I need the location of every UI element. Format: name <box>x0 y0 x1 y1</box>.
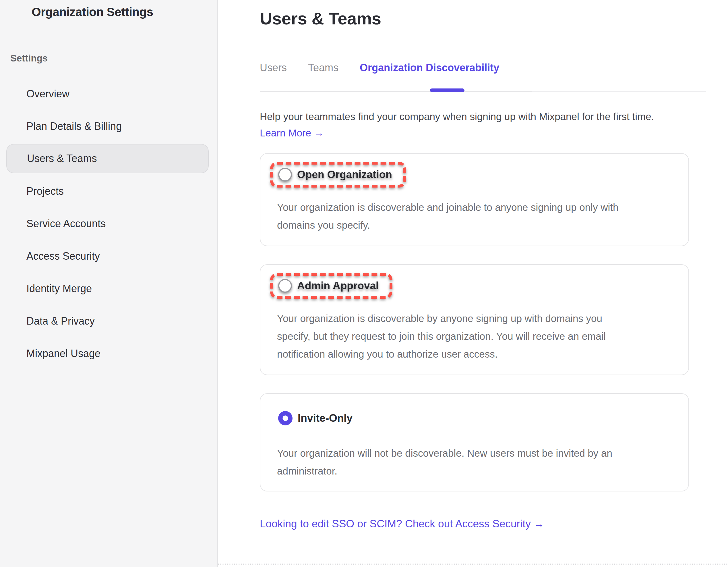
organization-settings-page: Organization Settings Settings Overview … <box>0 0 728 567</box>
tab-underline <box>260 91 689 92</box>
sidebar-item-identity-merge[interactable]: Identity Merge <box>0 272 217 305</box>
sidebar-item-mixpanel-usage[interactable]: Mixpanel Usage <box>0 337 217 370</box>
active-tab-indicator <box>430 88 464 92</box>
option-description-open-organization: Your organization is discoverable and jo… <box>277 198 677 234</box>
tab-teams[interactable]: Teams <box>308 62 338 74</box>
tab-underline-track-light <box>532 91 706 92</box>
option-label-admin-approval: Admin Approval <box>297 280 379 292</box>
radio-option-open-organization[interactable]: Open Organization <box>270 162 406 187</box>
sidebar-item-plan-details-billing[interactable]: Plan Details & Billing <box>0 110 217 142</box>
main-content: Users & Teams Users Teams Organization D… <box>218 0 728 567</box>
sidebar-nav: Overview Plan Details & Billing Users & … <box>0 78 217 370</box>
settings-sidebar: Organization Settings Settings Overview … <box>0 0 218 567</box>
sidebar-item-service-accounts[interactable]: Service Accounts <box>0 207 217 240</box>
bottom-dotted-divider <box>218 564 728 565</box>
sidebar-item-projects[interactable]: Projects <box>0 175 217 207</box>
access-security-footer-link[interactable]: Looking to edit SSO or SCIM? Check out A… <box>260 518 544 530</box>
option-label-invite-only: Invite-Only <box>298 412 353 424</box>
sidebar-group-label-settings: Settings <box>10 53 217 64</box>
radio-open-organization[interactable] <box>278 168 292 181</box>
sidebar-title: Organization Settings <box>32 5 217 19</box>
learn-more-link[interactable]: Learn More → <box>260 127 324 139</box>
radio-option-invite-only[interactable]: Invite-Only <box>278 411 353 425</box>
radio-option-admin-approval[interactable]: Admin Approval <box>270 273 392 299</box>
option-description-admin-approval: Your organization is discoverable by any… <box>277 310 677 363</box>
sidebar-item-access-security[interactable]: Access Security <box>0 240 217 272</box>
option-card-admin-approval: Admin Approval Your organization is disc… <box>260 264 689 375</box>
option-card-open-organization: Open Organization Your organization is d… <box>260 153 689 246</box>
option-label-open-organization: Open Organization <box>297 169 392 181</box>
tab-bar: Users Teams Organization Discoverability <box>260 62 689 74</box>
sidebar-item-data-privacy[interactable]: Data & Privacy <box>0 305 217 337</box>
sidebar-item-users-teams[interactable]: Users & Teams <box>6 144 209 173</box>
sidebar-item-overview[interactable]: Overview <box>0 78 217 110</box>
radio-invite-only-checked[interactable] <box>278 411 293 425</box>
tab-users[interactable]: Users <box>260 62 287 74</box>
page-title: Users & Teams <box>260 9 689 28</box>
option-card-invite-only: Invite-Only Your organization will not b… <box>260 393 689 492</box>
discoverability-options: Open Organization Your organization is d… <box>260 153 689 492</box>
discoverability-intro-text: Help your teammates find your company wh… <box>260 110 689 123</box>
option-description-invite-only: Your organization will not be discoverab… <box>277 444 677 480</box>
tab-underline-track <box>260 91 532 92</box>
radio-admin-approval[interactable] <box>278 279 292 293</box>
tab-organization-discoverability[interactable]: Organization Discoverability <box>360 62 499 74</box>
